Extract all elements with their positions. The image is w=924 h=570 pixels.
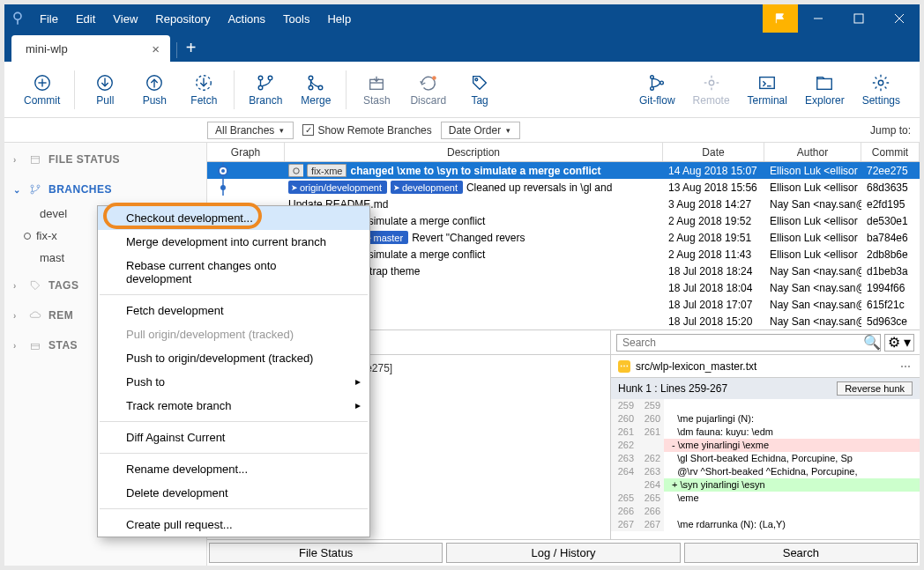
branch-context-menu: Checkout development... Merge developmen… — [97, 205, 370, 537]
gitflow-button[interactable]: Git-flow — [630, 70, 684, 110]
fetch-button[interactable]: Fetch — [179, 70, 228, 110]
show-remote-checkbox[interactable]: ✓Show Remote Branches — [302, 124, 431, 137]
tab-file-status[interactable]: File Status — [209, 543, 443, 563]
col-date[interactable]: Date — [663, 143, 764, 161]
file-menu-icon[interactable]: ⋯ — [900, 360, 913, 373]
svg-point-50 — [220, 185, 226, 190]
discard-button[interactable]: Discard — [401, 70, 455, 110]
terminal-button[interactable]: Terminal — [739, 70, 796, 110]
svg-point-37 — [879, 80, 884, 85]
menu-file[interactable]: File — [31, 6, 67, 32]
branch-badge-local: fix-xme — [307, 164, 346, 177]
merge-button[interactable]: Merge — [291, 70, 340, 110]
diff-line[interactable]: 264 + \syn yinarlingi \esyn — [611, 478, 920, 492]
svg-rect-34 — [760, 77, 775, 88]
ctx-rename[interactable]: Rename development... — [98, 457, 369, 481]
menu-help[interactable]: Help — [318, 6, 360, 32]
diff-line[interactable]: 262 - \xme yinarlingi \exme — [611, 439, 920, 452]
ctx-push-tracked[interactable]: Push to origin/development (tracked) — [98, 346, 369, 370]
ctx-fetch[interactable]: Fetch development — [98, 299, 369, 322]
settings-button[interactable]: Settings — [853, 70, 909, 110]
col-graph[interactable]: Graph — [207, 143, 285, 161]
ctx-rebase[interactable]: Rebase current changes onto development — [98, 254, 369, 291]
branch-button[interactable]: Branch — [240, 70, 291, 110]
commit-row[interactable]: fix-xmechanged \xme to \syn to simulate … — [207, 162, 920, 179]
repo-tab[interactable]: mini-wlp × — [11, 35, 170, 62]
diff-line[interactable]: 263262 \gl Short-beaked Echidna, Porcupi… — [611, 452, 920, 465]
menu-actions[interactable]: Actions — [219, 6, 274, 32]
commit-desc: changed \xme to \syn to simulate a merge… — [350, 165, 600, 177]
toolbar: Commit Pull Push Fetch Branch Merge Stas… — [4, 62, 920, 118]
push-button[interactable]: Push — [130, 70, 179, 110]
pull-button[interactable]: Pull — [80, 70, 130, 110]
tab-log-history[interactable]: Log / History — [446, 543, 680, 563]
menu-view[interactable]: View — [104, 6, 146, 32]
ctx-push-to[interactable]: Push to — [98, 370, 369, 394]
ctx-pull-tracked: Pull origin/development (tracked) — [98, 322, 369, 346]
svg-rect-43 — [31, 344, 39, 349]
svg-rect-3 — [854, 14, 863, 23]
diff-line[interactable]: 260260 \me pujarlingi (N): — [611, 412, 920, 426]
close-button[interactable] — [879, 4, 920, 33]
jump-to-label[interactable]: Jump to: — [870, 124, 920, 137]
stash-button[interactable]: Stash — [352, 70, 401, 110]
maximize-button[interactable] — [838, 4, 879, 33]
diff-line[interactable]: 259259 — [611, 399, 920, 412]
diff-line[interactable]: 264263 @\rv ^Short-beaked ^Echidna, Porc… — [611, 465, 920, 478]
commit-desc: Cleaned up reversals in \gl and — [466, 181, 612, 194]
diff-line[interactable]: 267267 \me rdarrunka (N): (La,Y) — [611, 518, 920, 531]
ctx-diff[interactable]: Diff Against Current — [98, 426, 369, 449]
branch-badge-remote: ➤development — [391, 181, 463, 194]
svg-point-41 — [31, 191, 34, 194]
svg-point-17 — [269, 76, 273, 80]
gear-button[interactable]: ⚙ ▾ — [884, 334, 914, 352]
sidebar-file-status[interactable]: ›FILE STATUS — [4, 143, 206, 173]
commit-date: 14 Aug 2018 15:07 — [663, 165, 764, 177]
tag-button[interactable]: Tag — [455, 70, 504, 110]
reverse-hunk-button[interactable]: Reverse hunk — [837, 381, 913, 396]
ctx-merge[interactable]: Merge development into current branch — [98, 230, 369, 254]
add-tab-button[interactable]: + — [170, 35, 202, 62]
branches-filter-dropdown[interactable]: All Branches▾ — [207, 122, 294, 139]
minimize-button[interactable] — [798, 4, 838, 33]
search-input[interactable] — [616, 334, 881, 352]
file-icon: ⋯ — [618, 360, 630, 373]
app-logo — [4, 11, 31, 26]
remote-button[interactable]: Remote — [684, 70, 739, 110]
filter-bar: All Branches▾ ✓Show Remote Branches Date… — [4, 118, 920, 143]
branch-badge-remote: ➤origin/development — [288, 181, 387, 194]
commit-author: Ellison Luk <ellisor — [764, 165, 861, 177]
diff-line[interactable]: 265265 \eme — [611, 492, 920, 505]
ctx-delete[interactable]: Delete development — [98, 481, 369, 505]
commit-button[interactable]: Commit — [15, 70, 69, 110]
notification-flag-icon[interactable] — [763, 4, 798, 33]
hunk-header: Hunk 1 : Lines 259-267 Reverse hunk — [611, 378, 920, 399]
svg-point-19 — [309, 85, 314, 90]
svg-point-25 — [475, 78, 478, 80]
explorer-button[interactable]: Explorer — [796, 70, 853, 110]
sidebar-branches[interactable]: ⌄BRANCHES — [4, 173, 206, 203]
ctx-checkout[interactable]: Checkout development... — [98, 206, 369, 230]
main-menu: File Edit View Repository Actions Tools … — [31, 6, 360, 32]
ctx-create-pr[interactable]: Create pull request... — [98, 513, 369, 537]
commit-row[interactable]: ➤origin/development➤developmentCleaned u… — [207, 179, 920, 196]
menu-repository[interactable]: Repository — [146, 6, 219, 32]
tab-close-icon[interactable]: × — [152, 41, 160, 56]
menu-edit[interactable]: Edit — [67, 6, 104, 32]
tab-label: mini-wlp — [26, 42, 68, 56]
diff-line[interactable]: 266266 — [611, 505, 920, 518]
col-description[interactable]: Description — [285, 143, 663, 161]
menu-tools[interactable]: Tools — [274, 6, 318, 32]
svg-point-40 — [31, 185, 34, 188]
date-order-dropdown[interactable]: Date Order▾ — [441, 122, 520, 139]
file-header[interactable]: ⋯ src/wlp-lexicon_master.txt ⋯ — [611, 355, 920, 378]
col-author[interactable]: Author — [764, 143, 861, 161]
titlebar: File Edit View Repository Actions Tools … — [4, 4, 920, 33]
svg-rect-38 — [31, 157, 39, 164]
svg-point-29 — [709, 80, 714, 85]
diff-line[interactable]: 261261 \dm fauna: kuyu: \edm — [611, 426, 920, 439]
tab-search[interactable]: Search — [684, 543, 918, 563]
col-commit[interactable]: Commit — [861, 143, 920, 161]
ctx-track-remote[interactable]: Track remote branch — [98, 394, 369, 418]
svg-point-15 — [259, 76, 264, 80]
